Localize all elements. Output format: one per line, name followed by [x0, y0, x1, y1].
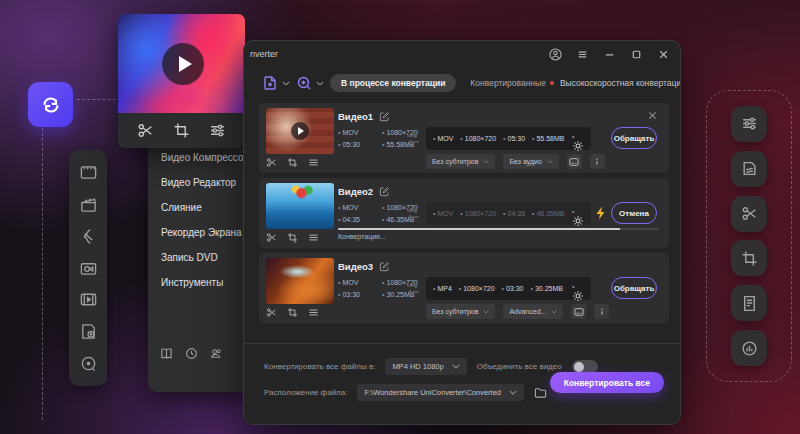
trim-icon[interactable] — [266, 157, 277, 168]
convert-button[interactable]: Обращать — [611, 277, 657, 299]
menu-item-dvd-burn[interactable]: Запись DVD — [161, 252, 218, 263]
effects-icon[interactable] — [79, 227, 98, 246]
desktop: Видео Компрессор Видео Редактор Слияние … — [0, 0, 800, 434]
close-icon[interactable] — [657, 48, 670, 61]
subtitle-button[interactable] — [731, 285, 767, 321]
menu-item-video-compressor[interactable]: Видео Компрессор — [161, 152, 249, 163]
minimize-icon[interactable] — [603, 48, 616, 61]
subtitle-edit-button[interactable] — [571, 304, 586, 319]
info-button[interactable] — [594, 304, 609, 319]
account-avatar[interactable] — [549, 48, 562, 61]
adjust-icon[interactable] — [308, 232, 319, 243]
convert-all-button[interactable]: Конвертировать все — [550, 372, 664, 393]
location-dropdown[interactable]: F:\Wondershare UniConverter\Converted — [357, 384, 524, 401]
crop-icon — [741, 250, 758, 267]
menu-icon[interactable] — [576, 48, 589, 61]
effects-button[interactable] — [731, 106, 767, 142]
cancel-button[interactable]: Отмена — [611, 202, 657, 224]
audio-dropdown[interactable]: Advanced... — [503, 304, 563, 319]
rename-icon[interactable] — [379, 186, 390, 197]
add-device-button[interactable] — [296, 75, 324, 91]
tab-converted[interactable]: Конвертированные — [470, 78, 554, 88]
trim-icon[interactable] — [266, 232, 277, 243]
menu-item-screen-recorder[interactable]: Рекордер Экрана — [161, 227, 242, 238]
highspeed-bolt-icon — [595, 206, 607, 220]
crop-icon[interactable] — [287, 157, 298, 168]
crop-icon[interactable] — [287, 307, 298, 318]
info-icon — [597, 307, 607, 317]
audio-dropdown[interactable]: Без аудио — [503, 154, 558, 169]
row-tools — [266, 307, 334, 318]
titlebar: nverter — [244, 41, 680, 67]
tab-converting[interactable]: В процессе конвертации — [330, 74, 456, 92]
window-footer: Конвертировать все файлы в: MP4 HD 1080p… — [244, 343, 680, 424]
open-folder-icon[interactable] — [534, 386, 547, 399]
preview-thumbnail[interactable] — [118, 14, 245, 113]
crop-button[interactable] — [731, 240, 767, 276]
convert-arrow-icon — [405, 282, 421, 296]
watermark-button[interactable] — [731, 151, 767, 187]
uniconverter-sync-button[interactable] — [28, 82, 73, 127]
video3-thumbnail[interactable] — [266, 258, 334, 304]
trim-icon[interactable] — [266, 307, 277, 318]
screen-recorder-icon[interactable] — [79, 259, 98, 278]
video2-thumbnail[interactable] — [266, 183, 334, 229]
rename-icon[interactable] — [379, 111, 390, 122]
crop-icon[interactable] — [287, 232, 298, 243]
output-format-box[interactable]: MP41080×720 03:3030.25MB — [426, 277, 591, 300]
output-format-dropdown[interactable]: MP4 HD 1080p — [385, 358, 466, 375]
location-value: F:\Wondershare UniConverter\Converted — [364, 388, 501, 397]
adjust-icon[interactable] — [308, 307, 319, 318]
video-player-icon[interactable] — [79, 290, 98, 309]
chevron-down-icon — [547, 160, 553, 164]
right-toolbar — [706, 90, 792, 382]
left-toolbar — [69, 150, 107, 386]
row-tools — [266, 157, 334, 168]
adjust-icon[interactable] — [209, 122, 226, 139]
clapperboard-icon[interactable] — [79, 195, 98, 214]
dvd-burn-icon[interactable] — [79, 322, 98, 341]
progress-fill — [338, 228, 620, 230]
video1-thumbnail[interactable] — [266, 108, 334, 154]
settings-gear-icon[interactable] — [572, 133, 584, 145]
dashed-line-vertical — [42, 128, 43, 420]
notification-dot — [550, 81, 554, 85]
menu-item-video-editor[interactable]: Видео Редактор — [161, 177, 236, 188]
disc-icon[interactable] — [79, 354, 98, 373]
play-button[interactable] — [162, 43, 204, 85]
convert-arrow-icon — [405, 132, 421, 146]
media-info-button[interactable] — [731, 330, 767, 366]
location-label: Расположение файла: — [264, 388, 347, 397]
highspeed-group: Высокоскоростная конвертация — [560, 77, 681, 90]
remove-task-icon[interactable] — [648, 111, 657, 120]
trim-button[interactable] — [731, 196, 767, 232]
subtitle-edit-button[interactable] — [567, 154, 582, 169]
menu-item-merge[interactable]: Слияние — [161, 202, 202, 213]
adjust-icon[interactable] — [308, 157, 319, 168]
menu-item-tools[interactable]: Инструменты — [161, 277, 223, 288]
library-icon[interactable] — [160, 347, 173, 360]
add-files-button[interactable] — [262, 75, 290, 91]
play-icon — [179, 56, 192, 72]
rename-icon[interactable] — [379, 261, 390, 272]
progress-bar — [338, 228, 659, 230]
community-icon[interactable] — [210, 347, 223, 360]
maximize-icon[interactable] — [630, 48, 643, 61]
play-icon — [298, 127, 304, 135]
subtitles-dropdown[interactable]: Без субтитров — [426, 154, 495, 169]
watermark-icon — [741, 160, 758, 177]
info-button[interactable] — [590, 154, 605, 169]
video-preview-card — [118, 14, 245, 148]
mini-play-button[interactable] — [291, 122, 309, 140]
converter-icon[interactable] — [79, 163, 98, 182]
dashed-line-horizontal — [77, 99, 121, 100]
trim-icon[interactable] — [137, 122, 154, 139]
history-icon[interactable] — [185, 347, 198, 360]
subtitles-dropdown[interactable]: Без субтитров — [426, 304, 495, 319]
sync-icon — [39, 93, 63, 117]
crop-icon[interactable] — [173, 122, 190, 139]
output-format-box[interactable]: MOV1080×720 05:3055.58MB — [426, 127, 591, 150]
settings-gear-icon[interactable] — [572, 283, 584, 295]
settings-gear-icon[interactable] — [572, 208, 584, 220]
convert-button[interactable]: Обращать — [611, 127, 657, 149]
